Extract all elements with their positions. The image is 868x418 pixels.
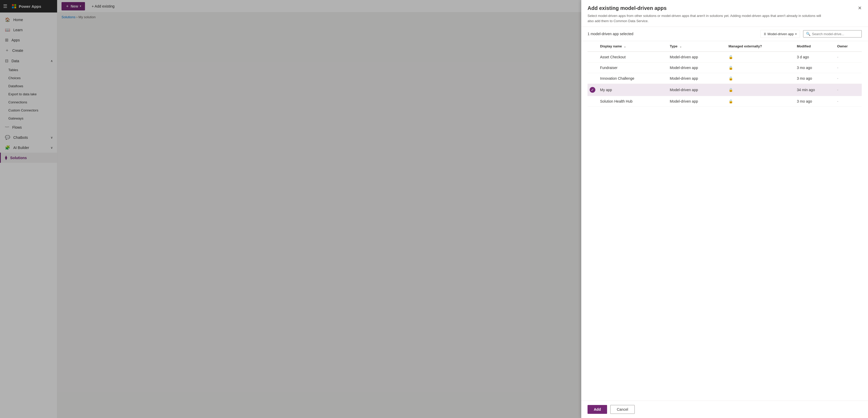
row-check-col: ✓ [588, 84, 598, 96]
row-type: Model-driven app [668, 51, 726, 63]
table-row[interactable]: Solution Health HubModel-driven app🔒3 mo… [588, 96, 862, 107]
table-row[interactable]: FundraiserModel-driven app🔒3 mo ago- [588, 63, 862, 73]
row-modified: 3 mo ago [795, 73, 835, 84]
panel-title: Add existing model-driven apps [588, 5, 862, 11]
lock-icon: 🔒 [728, 55, 733, 59]
panel-footer: Add Cancel [581, 400, 868, 418]
col-display-name[interactable]: Display name ⌄ [598, 41, 668, 51]
row-modified: 3 d ago [795, 51, 835, 63]
sort-name-icon: ⌄ [624, 45, 626, 48]
row-modified: 3 mo ago [795, 63, 835, 73]
row-owner: - [835, 96, 862, 107]
filter-icon: ⧖ [764, 32, 766, 36]
table-row[interactable]: Asset CheckoutModel-driven app🔒3 d ago- [588, 51, 862, 63]
row-managed: 🔒 [726, 96, 795, 107]
row-managed: 🔒 [726, 73, 795, 84]
col-check [588, 41, 598, 51]
row-display-name: My app [598, 84, 668, 96]
row-modified: 34 min ago [795, 84, 835, 96]
row-display-name: Solution Health Hub [598, 96, 668, 107]
add-button[interactable]: Add [588, 405, 607, 414]
col-type[interactable]: Type ⌄ [668, 41, 726, 51]
table-row[interactable]: Innovation ChallengeModel-driven app🔒3 m… [588, 73, 862, 84]
panel-overlay: Add existing model-driven apps Select mo… [0, 0, 868, 418]
panel-subtitle: Select model-driven apps from other solu… [588, 13, 822, 24]
filter-dropdown-icon: ▾ [795, 33, 797, 35]
row-managed: 🔒 [726, 63, 795, 73]
row-check-col [588, 96, 598, 107]
selected-count: 1 model-driven app selected [588, 32, 633, 36]
row-type: Model-driven app [668, 63, 726, 73]
toolbar-right: ⧖ Model-driven app ▾ 🔍 [761, 30, 862, 38]
lock-icon: 🔒 [728, 99, 733, 103]
panel-close-button[interactable]: ✕ [856, 4, 864, 12]
filter-button[interactable]: ⧖ Model-driven app ▾ [761, 30, 800, 38]
row-display-name: Fundraiser [598, 63, 668, 73]
search-field: 🔍 [803, 30, 862, 37]
row-modified: 3 mo ago [795, 96, 835, 107]
panel-table: Display name ⌄ Type ⌄ Managed externally… [581, 41, 868, 400]
sort-type-icon: ⌄ [680, 45, 682, 48]
lock-icon: 🔒 [728, 66, 733, 70]
col-owner: Owner [835, 41, 862, 51]
row-owner: - [835, 84, 862, 96]
row-owner: - [835, 63, 862, 73]
search-icon: 🔍 [806, 32, 810, 36]
table-row[interactable]: ✓My appModel-driven app🔒34 min ago- [588, 84, 862, 96]
row-owner: - [835, 73, 862, 84]
col-managed: Managed externally? [726, 41, 795, 51]
lock-icon: 🔒 [728, 88, 733, 92]
row-check-col [588, 63, 598, 73]
row-display-name: Innovation Challenge [598, 73, 668, 84]
row-display-name: Asset Checkout [598, 51, 668, 63]
col-modified: Modified [795, 41, 835, 51]
table-header-row: Display name ⌄ Type ⌄ Managed externally… [588, 41, 862, 51]
row-managed: 🔒 [726, 51, 795, 63]
row-type: Model-driven app [668, 84, 726, 96]
row-check-col [588, 73, 598, 84]
row-type: Model-driven app [668, 73, 726, 84]
lock-icon: 🔒 [728, 76, 733, 80]
row-owner: - [835, 51, 862, 63]
apps-table: Display name ⌄ Type ⌄ Managed externally… [588, 41, 862, 107]
row-managed: 🔒 [726, 84, 795, 96]
table-body: Asset CheckoutModel-driven app🔒3 d ago-F… [588, 51, 862, 107]
row-check-col [588, 51, 598, 63]
row-type: Model-driven app [668, 96, 726, 107]
search-input[interactable] [812, 32, 859, 36]
check-circle-icon: ✓ [590, 87, 595, 93]
panel-header: Add existing model-driven apps Select mo… [581, 0, 868, 27]
cancel-button[interactable]: Cancel [610, 405, 635, 414]
panel-toolbar: 1 model-driven app selected ⧖ Model-driv… [581, 27, 868, 41]
panel: Add existing model-driven apps Select mo… [581, 0, 868, 418]
